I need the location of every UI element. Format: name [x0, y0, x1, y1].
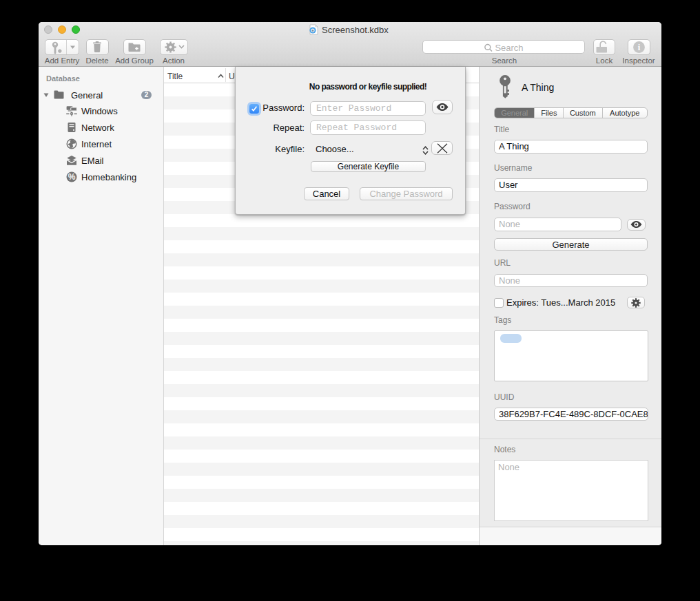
svg-text:i: i: [638, 43, 641, 52]
svg-text:%: %: [68, 172, 76, 182]
